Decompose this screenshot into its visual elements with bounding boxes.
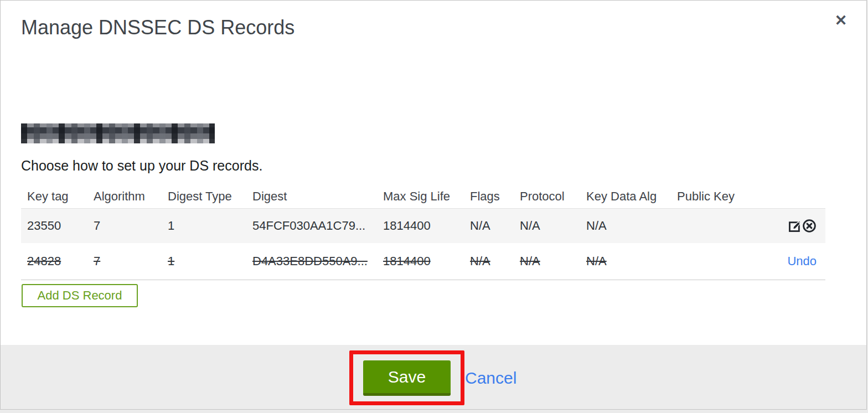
digest-value: D4A33E8DD550A9... [252,254,368,268]
col-header-public-key: Public Key [677,185,776,208]
col-header-flags: Flags [470,185,520,208]
redacted-domain-name [21,123,215,143]
edit-icon[interactable] [788,219,802,233]
key-data-alg-value: N/A [586,254,607,268]
algorithm-value: 7 [94,254,100,268]
ds-records-table: Key tag Algorithm Digest Type Digest Max… [21,185,825,280]
add-ds-record-button[interactable]: Add DS Record [22,284,138,307]
max-sig-life-value: 1814400 [383,219,431,233]
col-header-algorithm: Algorithm [94,185,168,208]
page-title: Manage DNSSEC DS Records [21,16,294,39]
intro-text: Choose how to set up your DS records. [21,158,262,174]
algorithm-value: 7 [94,219,100,233]
digest-type-value: 1 [168,219,174,233]
save-button[interactable]: Save [363,360,451,396]
undo-link[interactable]: Undo [787,254,817,268]
digest-type-value: 1 [168,254,174,268]
close-icon[interactable]: ✕ [830,9,852,32]
col-header-key-data-alg: Key Data Alg [586,185,677,208]
digest-value: 54FCF030AA1C79... [252,219,365,233]
table-header-row: Key tag Algorithm Digest Type Digest Max… [21,185,825,208]
table-row-deleted: 24828 7 1 D4A33E8DD550A9... 1814400 N/A … [21,243,825,280]
key-tag-value: 24828 [27,254,61,268]
manage-dnssec-dialog: Manage DNSSEC DS Records ✕ Choose how to… [0,0,867,410]
col-header-max-sig-life: Max Sig Life [383,185,470,208]
col-header-actions [776,185,825,208]
key-data-alg-value: N/A [586,219,607,233]
col-header-digest: Digest [252,185,383,208]
flags-value: N/A [470,219,490,233]
delete-icon[interactable] [802,219,817,233]
flags-value: N/A [470,254,490,268]
col-header-protocol: Protocol [520,185,586,208]
screen: Manage DNSSEC DS Records ✕ Choose how to… [0,0,868,413]
col-header-key-tag: Key tag [21,185,94,208]
col-header-digest-type: Digest Type [168,185,252,208]
protocol-value: N/A [520,254,540,268]
table-row: 23550 7 1 54FCF030AA1C79... 1814400 N/A … [21,208,825,243]
cancel-link[interactable]: Cancel [465,368,516,388]
max-sig-life-value: 1814400 [383,254,431,268]
key-tag-value: 23550 [27,219,61,233]
protocol-value: N/A [520,219,540,233]
